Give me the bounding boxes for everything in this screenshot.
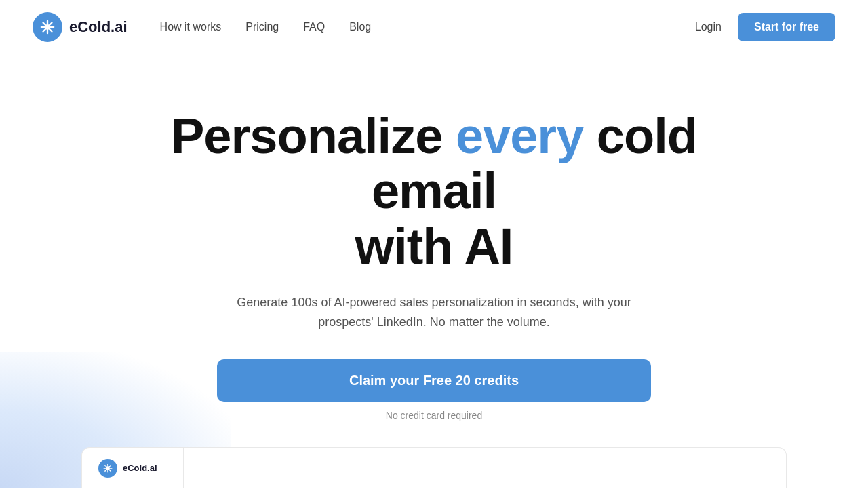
logo-link[interactable]: eCold.ai	[33, 12, 127, 42]
app-preview-logo: eCold.ai	[82, 448, 184, 488]
nav-right: Login Start for free	[695, 13, 835, 41]
app-preview-brand-name: eCold.ai	[123, 463, 157, 473]
hero-title-line2: with AI	[355, 218, 513, 274]
start-for-free-button[interactable]: Start for free	[738, 13, 835, 41]
nav-pricing[interactable]: Pricing	[245, 21, 279, 33]
app-preview-strip: eCold.ai	[81, 447, 787, 488]
nav-links: How it works Pricing FAQ Blog	[160, 21, 695, 33]
hero-title: Personalize every cold email with AI	[129, 108, 739, 274]
navbar: eCold.ai How it works Pricing FAQ Blog L…	[0, 0, 868, 54]
hero-title-part1: Personalize	[171, 108, 456, 164]
claim-credits-button[interactable]: Claim your Free 20 credits	[217, 359, 651, 402]
app-preview-right	[753, 448, 786, 488]
no-credit-text: No credit card required	[386, 410, 482, 421]
nav-blog[interactable]: Blog	[349, 21, 371, 33]
hero-subtitle: Generate 100s of AI-powered sales person…	[231, 293, 637, 332]
nav-how-it-works[interactable]: How it works	[160, 21, 222, 33]
login-link[interactable]: Login	[695, 21, 722, 33]
hero-section: Personalize every cold email with AI Gen…	[0, 54, 868, 421]
logo-icon	[33, 12, 62, 42]
nav-faq[interactable]: FAQ	[303, 21, 325, 33]
brand-name: eCold.ai	[69, 18, 127, 36]
app-preview-logo-icon	[98, 459, 117, 478]
hero-title-highlight: every	[456, 108, 583, 164]
